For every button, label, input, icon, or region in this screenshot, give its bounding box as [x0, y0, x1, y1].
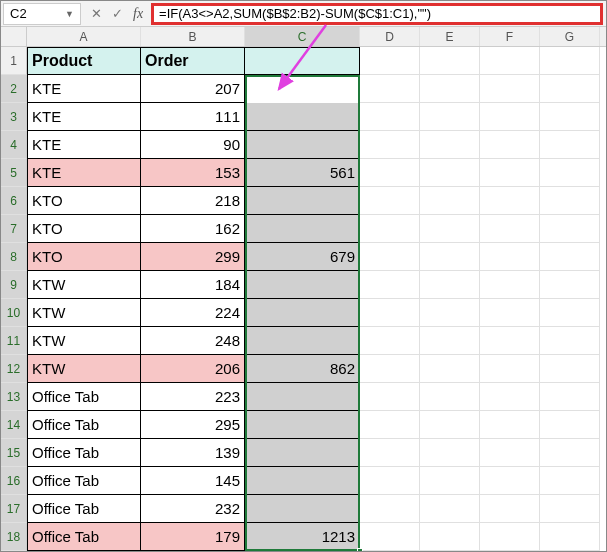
cell[interactable]: KTO [27, 215, 141, 243]
cell[interactable] [245, 271, 360, 299]
cell[interactable]: 206 [141, 355, 245, 383]
cell[interactable] [360, 327, 420, 355]
cell[interactable]: 145 [141, 467, 245, 495]
cell[interactable]: KTW [27, 299, 141, 327]
col-header-F[interactable]: F [480, 27, 540, 46]
cell[interactable] [480, 159, 540, 187]
cell[interactable] [245, 439, 360, 467]
cell[interactable] [540, 495, 600, 523]
cell[interactable] [480, 243, 540, 271]
cell[interactable] [420, 131, 480, 159]
row-header[interactable]: 11 [1, 327, 27, 355]
cell[interactable] [360, 467, 420, 495]
cell[interactable] [245, 47, 360, 75]
cell[interactable]: 295 [141, 411, 245, 439]
cell[interactable]: KTE [27, 75, 141, 103]
row-header[interactable]: 13 [1, 383, 27, 411]
row-header[interactable]: 8 [1, 243, 27, 271]
cell[interactable]: Office Tab [27, 467, 141, 495]
formula-input[interactable]: =IF(A3<>A2,SUM($B$2:B2)-SUM($C$1:C1),"") [151, 3, 603, 25]
cell[interactable] [420, 159, 480, 187]
cell[interactable] [540, 355, 600, 383]
cell[interactable]: Office Tab [27, 439, 141, 467]
cell[interactable]: 218 [141, 187, 245, 215]
cell[interactable] [480, 495, 540, 523]
cell[interactable] [360, 215, 420, 243]
cell[interactable]: Office Tab [27, 523, 141, 551]
row-header[interactable]: 6 [1, 187, 27, 215]
col-header-E[interactable]: E [420, 27, 480, 46]
cell[interactable] [540, 271, 600, 299]
row-header[interactable]: 10 [1, 299, 27, 327]
col-header-D[interactable]: D [360, 27, 420, 46]
cell[interactable]: Office Tab [27, 495, 141, 523]
cell[interactable]: 111 [141, 103, 245, 131]
cell[interactable] [540, 467, 600, 495]
cell[interactable] [540, 383, 600, 411]
cell[interactable] [245, 75, 360, 103]
row-header[interactable]: 12 [1, 355, 27, 383]
col-header-A[interactable]: A [27, 27, 141, 46]
cell[interactable]: 179 [141, 523, 245, 551]
name-box[interactable]: C2 ▼ [3, 3, 81, 25]
cell[interactable]: 1213 [245, 523, 360, 551]
fill-handle[interactable] [357, 548, 363, 552]
row-header[interactable]: 1 [1, 47, 27, 75]
cell[interactable] [420, 215, 480, 243]
cell[interactable] [540, 159, 600, 187]
cell[interactable] [540, 299, 600, 327]
cell[interactable] [480, 439, 540, 467]
accept-icon[interactable]: ✓ [112, 6, 123, 21]
cell[interactable] [360, 439, 420, 467]
cell[interactable]: 223 [141, 383, 245, 411]
cell[interactable] [420, 243, 480, 271]
cell[interactable] [360, 47, 420, 75]
cell[interactable] [245, 299, 360, 327]
cell[interactable] [480, 355, 540, 383]
cell[interactable] [245, 467, 360, 495]
fx-icon[interactable]: fx [133, 6, 143, 22]
cell[interactable] [360, 103, 420, 131]
row-header[interactable]: 4 [1, 131, 27, 159]
cell[interactable] [245, 131, 360, 159]
cell[interactable] [480, 103, 540, 131]
cancel-icon[interactable]: ✕ [91, 6, 102, 21]
cell[interactable] [480, 411, 540, 439]
cell[interactable] [360, 243, 420, 271]
row-header[interactable]: 7 [1, 215, 27, 243]
cell[interactable] [480, 383, 540, 411]
cell[interactable]: KTW [27, 355, 141, 383]
row-header[interactable]: 18 [1, 523, 27, 551]
cell[interactable] [245, 411, 360, 439]
cell[interactable] [420, 355, 480, 383]
cell[interactable] [540, 215, 600, 243]
cell[interactable] [480, 47, 540, 75]
cell[interactable] [245, 187, 360, 215]
cell[interactable] [420, 271, 480, 299]
cell[interactable] [540, 187, 600, 215]
cell[interactable] [360, 523, 420, 551]
cell[interactable] [480, 131, 540, 159]
cell[interactable] [420, 75, 480, 103]
cell[interactable]: 207 [141, 75, 245, 103]
cell[interactable]: 184 [141, 271, 245, 299]
cell[interactable] [480, 327, 540, 355]
cell[interactable]: 162 [141, 215, 245, 243]
cell[interactable] [480, 271, 540, 299]
cell[interactable]: 299 [141, 243, 245, 271]
cell[interactable] [480, 215, 540, 243]
cell[interactable] [480, 75, 540, 103]
cell[interactable] [420, 495, 480, 523]
col-header-B[interactable]: B [141, 27, 245, 46]
row-header[interactable]: 16 [1, 467, 27, 495]
cell[interactable] [540, 47, 600, 75]
cell[interactable] [360, 355, 420, 383]
cell[interactable] [360, 299, 420, 327]
cell[interactable] [540, 103, 600, 131]
cell[interactable] [480, 299, 540, 327]
cell[interactable]: 862 [245, 355, 360, 383]
cell[interactable]: 224 [141, 299, 245, 327]
cell[interactable] [360, 187, 420, 215]
cell[interactable] [360, 131, 420, 159]
cell[interactable] [540, 131, 600, 159]
